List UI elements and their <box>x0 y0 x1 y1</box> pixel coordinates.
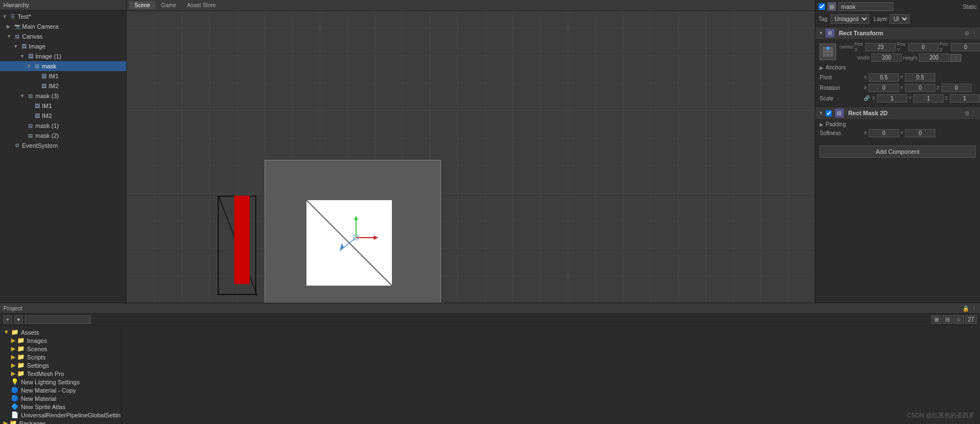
expand-arrow-image[interactable]: ▼ <box>13 44 19 49</box>
expand-arrow-image1[interactable]: ▼ <box>20 53 25 59</box>
pos-z-label: Pos Z <box>940 41 949 52</box>
tag-select[interactable]: Untagged <box>831 14 869 24</box>
hierarchy-item-canvas[interactable]: ▼▤Canvas <box>0 31 126 41</box>
inspector-panel: ▤ Static Tag Untagged Layer UI ▼ ⊞ Rect … <box>815 0 980 303</box>
hierarchy-item-mask2[interactable]: ▤mask (2) <box>0 131 126 141</box>
rect-mask-collapse-icon: ▼ <box>819 110 823 116</box>
project-item-settings[interactable]: ▶ 📁Settings <box>0 361 121 369</box>
project-item-packages[interactable]: ▶ 📁Packages <box>0 419 121 424</box>
expand-arrow-main-camera[interactable]: ▶ <box>7 24 12 29</box>
pivot-x-input[interactable] <box>869 73 899 82</box>
pivot-label: Pivot <box>820 74 864 80</box>
tree-label-image: Image <box>29 43 46 50</box>
project-menu-icon[interactable]: ⋮ <box>971 305 977 312</box>
height-input[interactable] <box>919 53 949 62</box>
tree-label-im2b: IM2 <box>42 112 52 119</box>
hierarchy-item-im1b[interactable]: 🖼IM1 <box>0 101 126 111</box>
project-item-mat[interactable]: 🔵New Material <box>0 394 121 402</box>
scene-view[interactable]: Scene Game Asset Store <box>127 0 815 303</box>
scale-x-input[interactable] <box>877 94 907 103</box>
padding-row[interactable]: ▶ Padding <box>820 121 976 127</box>
anchors-row[interactable]: ▶ Anchors <box>820 63 976 72</box>
hierarchy-item-image1[interactable]: ▼🖼Image (1) <box>0 51 126 61</box>
hierarchy-item-im2b[interactable]: 🖼IM2 <box>0 111 126 121</box>
pos-x-input[interactable] <box>865 43 896 51</box>
hierarchy-header: Hierarchy <box>0 0 126 10</box>
pivot-display[interactable] <box>820 44 836 60</box>
tab-scene[interactable]: Scene <box>129 1 155 9</box>
project-lock-icon[interactable]: 🔒 <box>962 305 969 312</box>
project-item-scripts[interactable]: ▶ 📁Scripts <box>0 353 121 361</box>
hierarchy-item-test[interactable]: ▼☰Test* <box>0 12 126 22</box>
rect-transform-settings-icon[interactable]: ⚙ ⋮ <box>965 30 977 36</box>
hierarchy-item-mask3[interactable]: ▼▤mask (3) <box>0 91 126 101</box>
obj-active-checkbox[interactable] <box>819 3 825 10</box>
rect-mask-section: ▼ ▤ Rect Mask 2D ⚙ ⋮ ▶ Padding Softness … <box>815 106 980 141</box>
project-search-input[interactable] <box>25 315 91 324</box>
tree-label-mask3: mask (3) <box>35 93 59 99</box>
tree-label-main-camera: Main Camera <box>22 23 58 30</box>
project-badge-btn[interactable]: 27 <box>965 315 977 324</box>
hierarchy-item-mask1[interactable]: ▤mask (1) <box>0 121 126 131</box>
project-view-btn2[interactable]: ⊟ <box>943 315 952 324</box>
hierarchy-item-im1[interactable]: 🖼IM1 <box>0 71 126 81</box>
obj-name-field[interactable] <box>838 2 893 11</box>
project-item-images[interactable]: ▶ 📁Images <box>0 336 121 345</box>
hierarchy-item-eventsystem[interactable]: ⚙EventSystem <box>0 141 126 151</box>
rot-y-input[interactable] <box>905 84 935 92</box>
rect-transform-header[interactable]: ▼ ⊞ Rect Transform ⚙ ⋮ <box>815 27 980 39</box>
project-view-btn1[interactable]: ⊞ <box>931 315 941 324</box>
pivot-cell-tr <box>830 47 833 50</box>
pos-z-input[interactable] <box>951 43 980 51</box>
hierarchy-item-image[interactable]: ▼🖼Image <box>0 41 126 51</box>
project-item-lighting[interactable]: 💡New Lighting Settings <box>0 378 121 386</box>
wh-extra-btn[interactable]: ⋮ <box>950 54 961 62</box>
project-add-dropdown[interactable]: ▾ <box>14 315 23 324</box>
project-item-textmesh[interactable]: ▶ 📁TextMesh Pro <box>0 369 121 378</box>
width-input[interactable] <box>871 53 902 62</box>
expand-arrow-test[interactable]: ▼ <box>2 14 8 19</box>
tree-icon-im2b: 🖼 <box>33 112 41 120</box>
rot-x-input[interactable] <box>869 84 899 92</box>
rect-transform-icon: ⊞ <box>826 29 834 37</box>
hierarchy-item-mask[interactable]: ▼▤mask <box>0 61 126 71</box>
project-label-scripts: Scripts <box>27 354 46 361</box>
expand-arrow-canvas[interactable]: ▼ <box>7 34 12 39</box>
pos-fields: center Pos X Pos Y Pos Z Width <box>839 41 980 62</box>
project-icon-packages: ▶ 📁 <box>3 420 17 424</box>
rot-z-input[interactable] <box>941 84 972 92</box>
scale-z-input[interactable] <box>950 94 980 103</box>
tree-label-canvas: Canvas <box>22 33 42 40</box>
pivot-y-input[interactable] <box>905 73 935 82</box>
static-label: Static <box>963 4 977 10</box>
layer-select[interactable]: UI <box>890 14 909 24</box>
project-icon-textmesh: ▶ 📁 <box>11 370 25 377</box>
scale-x-label: X <box>872 95 875 101</box>
add-component-button[interactable]: Add Component <box>820 146 976 158</box>
hierarchy-item-main-camera[interactable]: ▶📷Main Camera <box>0 22 126 31</box>
gizmo-svg <box>334 216 378 260</box>
tab-asset-store[interactable]: Asset Store <box>182 1 222 9</box>
project-item-assets[interactable]: ▼ 📁Assets <box>0 328 121 336</box>
rect-mask-settings-icon[interactable]: ⚙ ⋮ <box>965 110 977 116</box>
rect-mask-header[interactable]: ▼ ▤ Rect Mask 2D ⚙ ⋮ <box>815 107 980 119</box>
project-item-urp[interactable]: 📄UniversalRenderPipelineGlobalSettings <box>0 411 121 419</box>
project-add-button[interactable]: + <box>3 315 12 324</box>
soft-y-input[interactable] <box>905 129 935 137</box>
expand-arrow-mask[interactable]: ▼ <box>26 63 32 69</box>
scale-y-input[interactable] <box>913 94 944 103</box>
tree-label-mask1: mask (1) <box>35 122 59 129</box>
project-item-scenes[interactable]: ▶ 📁Scenes <box>0 345 121 353</box>
tab-game[interactable]: Game <box>155 1 181 9</box>
pos-y-input[interactable] <box>908 43 939 51</box>
rect-mask-enabled[interactable] <box>826 110 832 116</box>
project-view-btn3[interactable]: ☆ <box>954 315 964 324</box>
project-item-sprite-atlas[interactable]: 🔷New Sprite Atlas <box>0 402 121 411</box>
canvas-rect <box>265 160 441 303</box>
expand-arrow-mask3[interactable]: ▼ <box>20 93 25 99</box>
hierarchy-item-im2[interactable]: 🖼IM2 <box>0 81 126 91</box>
project-label-scenes: Scenes <box>27 346 47 352</box>
project-icon-scenes: ▶ 📁 <box>11 345 25 352</box>
project-item-mat-copy[interactable]: 🔵New Material - Copy <box>0 386 121 394</box>
soft-x-input[interactable] <box>869 129 899 137</box>
